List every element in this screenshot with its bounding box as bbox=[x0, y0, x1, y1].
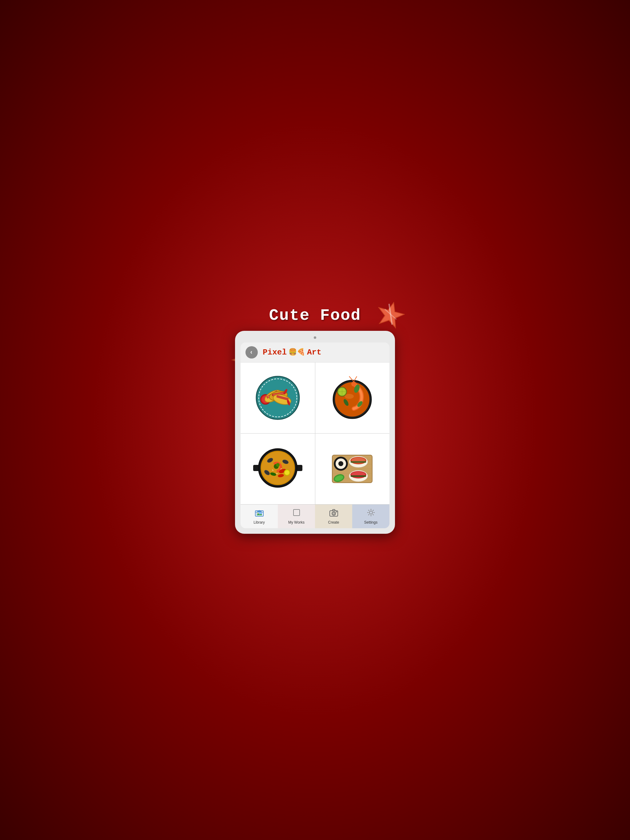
svg-rect-83 bbox=[336, 511, 337, 512]
back-arrow-icon: ‹ bbox=[250, 349, 253, 355]
create-tab-label: Create bbox=[328, 520, 339, 524]
tablet-frame: ‹ Pixel 🍔🍕 Art bbox=[235, 331, 395, 534]
food-grid bbox=[241, 363, 389, 504]
svg-point-49 bbox=[276, 463, 280, 467]
my-works-tab-label: My Works bbox=[288, 520, 304, 524]
my-works-icon bbox=[292, 508, 301, 519]
library-icon bbox=[255, 508, 264, 519]
shrimp-bowl-image bbox=[328, 373, 377, 422]
svg-point-63 bbox=[339, 461, 343, 466]
tablet-screen: ‹ Pixel 🍔🍕 Art bbox=[241, 343, 389, 528]
svg-rect-67 bbox=[351, 461, 366, 463]
svg-line-90 bbox=[372, 514, 374, 515]
settings-icon bbox=[367, 508, 375, 519]
svg-point-51 bbox=[285, 471, 289, 475]
back-button[interactable]: ‹ bbox=[245, 346, 258, 358]
svg-point-84 bbox=[369, 511, 372, 514]
grid-item-sushi[interactable] bbox=[315, 434, 390, 504]
create-icon bbox=[329, 508, 339, 519]
main-wrapper: Cute Food ‹ Pixel 🍔🍕 Art bbox=[235, 306, 395, 534]
title-art-text: Art bbox=[307, 348, 321, 357]
title-food-emojis: 🍔🍕 bbox=[288, 348, 305, 356]
title-pixel-text: Pixel bbox=[263, 348, 287, 357]
svg-line-92 bbox=[368, 514, 369, 515]
library-tab-label: Library bbox=[253, 520, 265, 524]
tablet-camera bbox=[314, 336, 316, 339]
svg-line-91 bbox=[372, 510, 374, 511]
tab-create[interactable]: Create bbox=[315, 505, 352, 528]
paella-pan-image bbox=[253, 444, 302, 494]
grid-item-shrimp[interactable] bbox=[315, 363, 390, 433]
settings-tab-label: Settings bbox=[364, 520, 377, 524]
header-bar: ‹ Pixel 🍔🍕 Art bbox=[241, 343, 389, 363]
svg-rect-79 bbox=[293, 510, 300, 516]
header-title: Pixel 🍔🍕 Art bbox=[263, 348, 321, 357]
tab-bar: Library My Works bbox=[241, 504, 389, 528]
svg-point-81 bbox=[332, 512, 336, 515]
svg-point-77 bbox=[257, 513, 258, 514]
svg-rect-71 bbox=[351, 475, 366, 477]
svg-line-89 bbox=[368, 510, 369, 511]
grid-item-taco[interactable] bbox=[241, 363, 315, 433]
page-title: Cute Food bbox=[269, 306, 361, 325]
svg-point-31 bbox=[351, 382, 356, 387]
star-right-icon bbox=[373, 297, 408, 332]
tab-settings[interactable]: Settings bbox=[352, 505, 389, 528]
tab-my-works[interactable]: My Works bbox=[278, 505, 315, 528]
sushi-board-image bbox=[328, 444, 377, 494]
svg-point-82 bbox=[333, 513, 335, 515]
grid-item-paella[interactable] bbox=[241, 434, 315, 504]
tab-library[interactable]: Library bbox=[241, 505, 278, 528]
taco-plate-image bbox=[253, 373, 302, 422]
